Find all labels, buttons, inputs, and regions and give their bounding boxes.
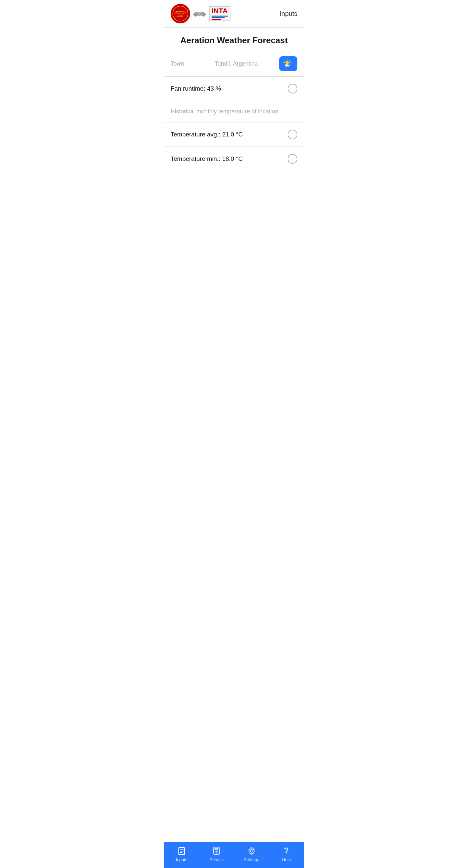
svg-point-31	[250, 849, 253, 852]
calculator-icon	[211, 845, 222, 856]
svg-text:IOWA STATE: IOWA STATE	[176, 11, 184, 13]
nav-results-label: Results	[210, 857, 224, 862]
nav-help-label: Help	[282, 857, 291, 862]
svg-text:UNIVERSITY: UNIVERSITY	[177, 13, 184, 14]
town-label: Town	[171, 60, 194, 67]
temperature-min-radio[interactable]	[288, 154, 297, 164]
svg-point-9	[286, 61, 289, 64]
iowa-state-logo: IOWA STATE UNIVERSITY SCIENCE & PRACTICE	[171, 4, 190, 23]
fan-runtime-radio[interactable]	[288, 84, 297, 94]
svg-line-15	[289, 65, 290, 65]
svg-rect-24	[214, 848, 218, 850]
svg-point-29	[216, 853, 217, 854]
svg-point-28	[215, 853, 216, 854]
question-icon: ?	[281, 845, 292, 856]
temperature-min-label: Temperature min.: 18.0 °C	[171, 155, 243, 162]
svg-point-30	[217, 853, 218, 854]
svg-line-17	[285, 65, 285, 65]
temperature-avg-label: Temperature avg.: 21.0 °C	[171, 131, 243, 138]
page-title: Aeration Weather Forecast	[171, 35, 297, 45]
svg-text:SCIENCE: SCIENCE	[178, 14, 183, 16]
bottom-nav: Inputs Results Settings	[164, 842, 304, 868]
header-inputs-label: Inputs	[280, 10, 297, 18]
temperature-avg-radio[interactable]	[288, 130, 297, 140]
weather-button[interactable]	[279, 56, 297, 71]
main-content: Town Tandil, Argentina Fan runtime: 43 %	[164, 51, 304, 842]
svg-line-16	[289, 60, 290, 61]
clipboard-icon	[176, 845, 187, 856]
app-header: IOWA STATE UNIVERSITY SCIENCE & PRACTICE	[164, 0, 304, 28]
svg-text:?: ?	[284, 846, 289, 855]
inta-logo: INTA	[209, 6, 230, 21]
nav-item-results[interactable]: Results	[205, 845, 228, 862]
svg-point-27	[217, 851, 218, 852]
svg-point-25	[215, 851, 216, 852]
logo-container: IOWA STATE UNIVERSITY SCIENCE & PRACTICE	[171, 4, 230, 23]
town-row: Town Tandil, Argentina	[164, 51, 304, 77]
svg-point-26	[216, 851, 217, 852]
temperature-avg-row: Temperature avg.: 21.0 °C	[164, 122, 304, 147]
svg-line-14	[285, 60, 285, 61]
nav-item-inputs[interactable]: Inputs	[170, 845, 193, 862]
historical-monthly-row: Historical monthly temperature of locati…	[164, 101, 304, 122]
temperature-min-row: Temperature min.: 18.0 °C	[164, 147, 304, 171]
nav-inputs-label: Inputs	[176, 857, 187, 862]
svg-rect-19	[180, 847, 183, 848]
nav-settings-label: Settings	[244, 857, 259, 862]
fan-runtime-row: Fan runtime: 43 %	[164, 77, 304, 101]
handshake-icon	[192, 5, 208, 22]
town-value: Tandil, Argentina	[197, 60, 275, 67]
nav-item-settings[interactable]: Settings	[240, 845, 263, 862]
svg-text:& PRACTICE: & PRACTICE	[177, 16, 184, 18]
weather-icon	[283, 58, 294, 69]
fan-runtime-label: Fan runtime: 43 %	[171, 85, 221, 92]
historical-monthly-label: Historical monthly temperature of locati…	[171, 108, 278, 115]
page-title-section: Aeration Weather Forecast	[164, 28, 304, 51]
nav-item-help[interactable]: ? Help	[275, 845, 298, 862]
gear-icon	[246, 845, 257, 856]
